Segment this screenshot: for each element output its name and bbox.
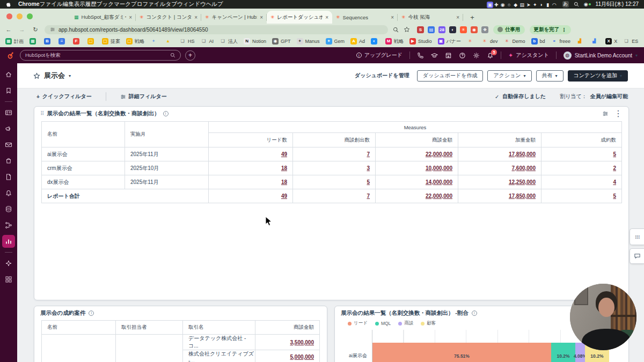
extension-icon[interactable]: ◉ [471, 26, 478, 33]
close-icon[interactable]: × [194, 14, 197, 20]
share-button[interactable]: 共有▾ [536, 70, 564, 82]
advanced-filter-button[interactable]: 詳細フィルター [120, 93, 167, 100]
leads-value-link[interactable]: 18 [281, 165, 287, 171]
spotlight-icon[interactable] [574, 2, 579, 7]
reload-button[interactable]: ↻ [31, 26, 40, 33]
bookmark-item[interactable]: F [73, 38, 82, 45]
drag-handle-icon[interactable]: ⠿ [40, 110, 43, 116]
add-content-button[interactable]: コンテンツを追加▾ [568, 70, 628, 82]
actions-button[interactable]: アクション▾ [487, 70, 531, 82]
menubar-status-icon[interactable]: ◠ [551, 2, 558, 8]
weighted-amount-link[interactable]: 7,600,000 [512, 165, 536, 171]
bookmark-item[interactable]: ▟ [576, 38, 585, 45]
notifications-bell-icon[interactable]: 5 [487, 52, 494, 59]
column-header[interactable]: 商談金額 [376, 133, 458, 147]
bookmark-item[interactable]: ✦ [150, 38, 159, 45]
bookmark-item[interactable]: ▟ [591, 38, 599, 45]
bar-segment[interactable]: 75.51% [372, 343, 551, 362]
browser-tab[interactable]: ✳ Sequences × [332, 11, 398, 24]
panel-drag-handle[interactable]: ⠿ [630, 228, 644, 245]
new-tab-button[interactable]: + [466, 11, 478, 23]
menu-item[interactable]: 表示 [74, 1, 85, 7]
deals-created-link[interactable]: 7 [367, 151, 370, 157]
closed-count-link[interactable]: 4 [613, 179, 616, 185]
deals-created-link[interactable]: 5 [367, 179, 370, 185]
sidebar-item[interactable] [2, 154, 15, 167]
create-dashboard-button[interactable]: ダッシュボードを作成 [417, 70, 484, 82]
sidebar-item[interactable] [2, 68, 15, 81]
menu-item[interactable]: ウィンドウ [177, 1, 206, 7]
bar-segment[interactable]: 4.08% [575, 343, 585, 362]
report-filter-icon[interactable] [602, 110, 609, 117]
user-switcher-icon[interactable]: ◉ [584, 1, 591, 8]
closed-count-link[interactable]: 5 [613, 151, 616, 157]
total-leads-link[interactable]: 49 [281, 193, 287, 199]
deal-amount-link[interactable]: 5,000,000 [290, 354, 314, 360]
address-bar[interactable]: app.hubspot.com/reports-dashboard/506414… [45, 25, 388, 34]
close-icon[interactable]: × [391, 14, 394, 20]
weighted-amount-link[interactable]: 17,850,000 [509, 151, 536, 157]
bookmark-item[interactable]: ❏ AI [201, 38, 214, 45]
browser-tab[interactable]: ✳ レポートダッシュボード × [267, 11, 332, 24]
total-closed-link[interactable]: 5 [613, 193, 616, 199]
account-menu[interactable]: ◍ StartLink Demo Account ▾ [564, 51, 638, 60]
sidebar-item[interactable] [2, 203, 15, 216]
menubar-status-icon[interactable]: ▤ [519, 2, 525, 8]
menubar-status-icon[interactable]: ◉ [500, 2, 506, 8]
legend-item[interactable]: MQL [375, 321, 391, 326]
upgrade-button[interactable]: アップグレード [356, 51, 402, 59]
bookmark-item[interactable]: ◉ GPT [272, 38, 291, 45]
bookmark-item[interactable]: ✦ Gem [326, 38, 345, 45]
menubar-status-icon[interactable]: ▣ [487, 2, 493, 8]
assistant-button[interactable]: ✦アシスタント [508, 51, 549, 59]
profile-chip[interactable]: 仕事用 [493, 25, 525, 34]
bookmark-item[interactable]: B [44, 38, 53, 45]
legend-item[interactable]: 商談 [398, 320, 413, 327]
legend-item[interactable]: 顧客 [421, 320, 436, 327]
menubar-status-icon[interactable]: ◗ [538, 2, 545, 8]
quick-filter-button[interactable]: +クイックフィルター [36, 93, 92, 100]
marketplace-icon[interactable] [445, 52, 452, 59]
column-header[interactable]: 名前 [42, 122, 125, 147]
help-icon[interactable] [459, 52, 466, 59]
menu-item[interactable]: 編集 [63, 1, 74, 7]
close-window-button[interactable] [6, 13, 12, 19]
favorite-star-icon[interactable] [33, 72, 40, 79]
extension-icon[interactable]: ▤ [428, 26, 435, 33]
menu-item[interactable]: プロファイル [131, 1, 165, 7]
bookmark-item[interactable]: ✳ dev [481, 38, 498, 45]
bookmark-item[interactable]: ❏ 法人 [219, 38, 238, 45]
column-header[interactable]: 実施月 [125, 122, 209, 147]
menubar-clock[interactable]: 11月6日(木) 12:27 [596, 1, 639, 8]
close-icon[interactable]: × [325, 14, 328, 20]
assign-value[interactable]: 全員が編集可能 [590, 93, 628, 100]
apple-icon[interactable] [5, 2, 11, 8]
menu-item[interactable]: ヘルプ [206, 1, 223, 7]
sidebar-item[interactable] [2, 171, 15, 183]
column-header[interactable]: 取引担当者 [116, 321, 183, 335]
menubar-status-icon[interactable]: ○ [506, 2, 513, 8]
menu-item[interactable]: ブックマーク [97, 1, 131, 7]
bookmark-item[interactable]: ❏ ES [623, 38, 638, 45]
deal-amount-link[interactable]: 14,000,000 [426, 179, 452, 185]
sidebar-item[interactable] [2, 106, 15, 119]
column-header[interactable]: 取引名 [183, 321, 255, 335]
legend-item[interactable]: リード [348, 320, 368, 327]
bookmark-item[interactable]: X X [605, 38, 617, 45]
extension-icon[interactable]: 28 [438, 26, 445, 33]
chart-title[interactable]: 展示会の結果一覧（名刺交換数・商談創出） -割合 [341, 309, 469, 317]
report-menu-icon[interactable]: ⋮ [614, 108, 623, 119]
column-header[interactable]: 加重金額 [458, 133, 541, 147]
academy-icon[interactable] [431, 52, 438, 59]
sidebar-item[interactable] [2, 84, 15, 97]
chrome-menu-icon[interactable]: ⋮ [561, 27, 567, 33]
bookmark-item[interactable]: b bd [531, 38, 545, 45]
menubar-status-icon[interactable]: ✚ [493, 2, 500, 8]
menubar-status-icon[interactable]: ➤ [525, 2, 532, 8]
bookmark-item[interactable]: ▢ 戦略 [126, 38, 144, 45]
deal-amount-link[interactable]: 22,000,000 [426, 151, 452, 157]
report-title[interactable]: 展示会の結果一覧（名刺交換数・商談創出） [47, 110, 159, 117]
browser-tab[interactable]: ✳ 今枝 拓海 × [398, 11, 463, 24]
column-header[interactable]: リード数 [209, 133, 293, 147]
bookmark-item[interactable]: ▢ [87, 38, 96, 45]
